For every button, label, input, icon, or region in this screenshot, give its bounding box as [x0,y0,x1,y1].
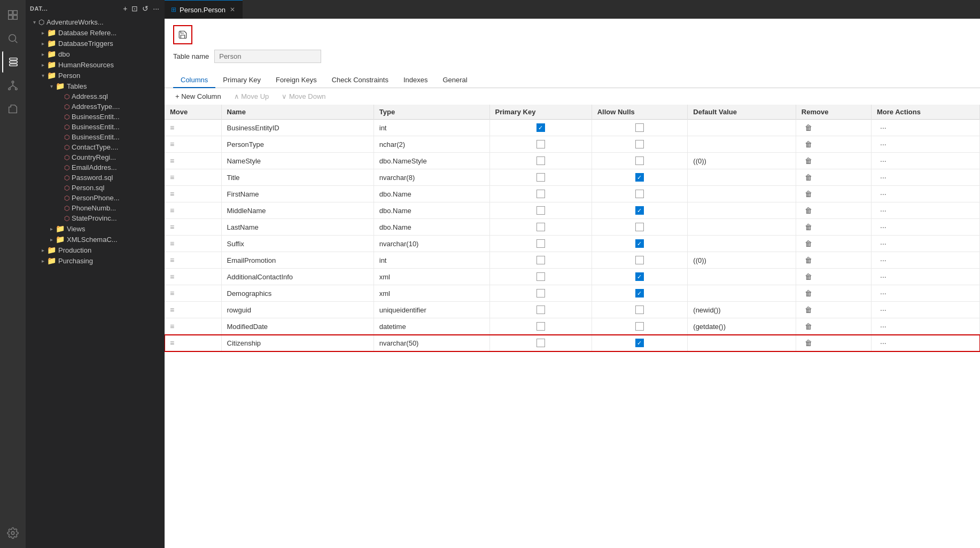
primarykey-checkbox[interactable] [536,190,545,198]
col-name[interactable]: AdditionalContactInfo [221,269,374,285]
sidebar-item-emailaddres[interactable]: ⬡ EmailAddres... [26,162,165,173]
col-remove[interactable]: 🗑 [796,153,871,169]
sidebar-item-person[interactable]: ▾ 📁 Person [26,70,165,81]
col-primarykey-cell[interactable] [489,219,592,236]
col-allownulls-cell[interactable] [592,219,688,236]
col-defaultvalue[interactable] [688,169,796,186]
allownulls-checkbox[interactable] [635,289,644,298]
col-name[interactable]: LastName [221,219,374,236]
move-handle[interactable]: ≡ [170,156,174,165]
sidebar-item-purchasing[interactable]: ▸ 📁 Purchasing [26,255,165,266]
col-move[interactable]: ≡ [165,302,221,318]
col-type[interactable]: datetime [374,318,489,335]
primarykey-checkbox[interactable] [536,123,545,132]
sidebar-item-countryregi[interactable]: ⬡ CountryRegi... [26,152,165,162]
more-actions-button[interactable]: ··· [877,321,890,332]
sidebar-item-databaserefs[interactable]: ▸ 📁 Database Refere... [26,27,165,38]
more-actions-button[interactable]: ··· [877,189,890,199]
col-defaultvalue[interactable] [688,120,796,136]
col-move[interactable]: ≡ [165,269,221,285]
col-type[interactable]: nvarchar(8) [374,169,489,186]
col-defaultvalue[interactable]: (getdate()) [688,318,796,335]
col-allownulls-cell[interactable] [592,136,688,153]
col-move[interactable]: ≡ [165,236,221,252]
col-move[interactable]: ≡ [165,335,221,351]
remove-column-button[interactable]: 🗑 [802,238,815,249]
col-move[interactable]: ≡ [165,219,221,236]
designer-tab-foreignkeys[interactable]: Foreign Keys [268,73,324,88]
col-name[interactable]: ModifiedDate [221,318,374,335]
sidebar-item-contacttype[interactable]: ⬡ ContactType.... [26,142,165,152]
col-remove[interactable]: 🗑 [796,219,871,236]
more-actions-button[interactable]: ··· [877,338,890,348]
sidebar-item-addresstype[interactable]: ⬡ AddressType.... [26,101,165,112]
col-defaultvalue[interactable] [688,136,796,153]
col-move[interactable]: ≡ [165,120,221,136]
col-name[interactable]: FirstName [221,186,374,202]
move-handle[interactable]: ≡ [170,272,174,281]
extensions-icon[interactable] [2,98,24,120]
col-allownulls-cell[interactable] [592,269,688,285]
col-primarykey-cell[interactable] [489,236,592,252]
remove-column-button[interactable]: 🗑 [802,122,815,133]
allownulls-checkbox[interactable] [635,156,644,165]
allownulls-checkbox[interactable] [635,173,644,182]
sidebar-item-stateprov[interactable]: ⬡ StateProvinc... [26,213,165,223]
col-primarykey-cell[interactable] [489,252,592,269]
col-moreactions[interactable]: ··· [872,285,980,302]
col-moreactions[interactable]: ··· [872,120,980,136]
sidebar-item-humanresources[interactable]: ▸ 📁 HumanResources [26,59,165,70]
allownulls-checkbox[interactable] [635,206,644,215]
col-remove[interactable]: 🗑 [796,136,871,153]
move-handle[interactable]: ≡ [170,322,174,331]
more-actions-button[interactable]: ··· [877,304,890,315]
col-defaultvalue[interactable] [688,236,796,252]
designer-tab-general[interactable]: General [435,73,475,88]
primarykey-checkbox[interactable] [536,239,545,248]
more-actions-button[interactable]: ··· [877,288,890,299]
more-actions-button[interactable]: ··· [877,122,890,133]
more-actions-button[interactable]: ··· [877,172,890,183]
primarykey-checkbox[interactable] [536,223,545,231]
designer-tab-checkconstraints[interactable]: Check Constraints [324,73,396,88]
col-moreactions[interactable]: ··· [872,219,980,236]
col-remove[interactable]: 🗑 [796,302,871,318]
col-allownulls-cell[interactable] [592,236,688,252]
col-defaultvalue[interactable]: ((0)) [688,252,796,269]
col-name[interactable]: MiddleName [221,202,374,219]
col-name[interactable]: PersonType [221,136,374,153]
col-name[interactable]: Demographics [221,285,374,302]
more-actions-button[interactable]: ··· [877,139,890,150]
sidebar-item-phonenumb[interactable]: ⬡ PhoneNumb... [26,203,165,213]
primarykey-checkbox[interactable] [536,173,545,182]
col-move[interactable]: ≡ [165,318,221,335]
col-moreactions[interactable]: ··· [872,186,980,202]
col-type[interactable]: uniqueidentifier [374,302,489,318]
allownulls-checkbox[interactable] [635,223,644,231]
col-moreactions[interactable]: ··· [872,302,980,318]
primarykey-checkbox[interactable] [536,322,545,331]
primarykey-checkbox[interactable] [536,306,545,314]
col-type[interactable]: xml [374,285,489,302]
col-move[interactable]: ≡ [165,136,221,153]
remove-column-button[interactable]: 🗑 [802,222,815,232]
col-type[interactable]: dbo.Name [374,219,489,236]
col-remove[interactable]: 🗑 [796,252,871,269]
sidebar-item-address[interactable]: ⬡ Address.sql [26,91,165,101]
refresh-button[interactable]: ↺ [141,3,150,14]
col-moreactions[interactable]: ··· [872,153,980,169]
col-primarykey-cell[interactable] [489,302,592,318]
move-handle[interactable]: ≡ [170,206,174,215]
col-remove[interactable]: 🗑 [796,236,871,252]
move-handle[interactable]: ≡ [170,339,174,347]
primarykey-checkbox[interactable] [536,289,545,298]
col-remove[interactable]: 🗑 [796,120,871,136]
allownulls-checkbox[interactable] [635,239,644,248]
sidebar-item-production[interactable]: ▸ 📁 Production [26,245,165,255]
col-primarykey-cell[interactable] [489,202,592,219]
col-remove[interactable]: 🗑 [796,318,871,335]
col-remove[interactable]: 🗑 [796,285,871,302]
col-type[interactable]: dbo.Name [374,202,489,219]
col-defaultvalue[interactable] [688,269,796,285]
col-name[interactable]: Suffix [221,236,374,252]
